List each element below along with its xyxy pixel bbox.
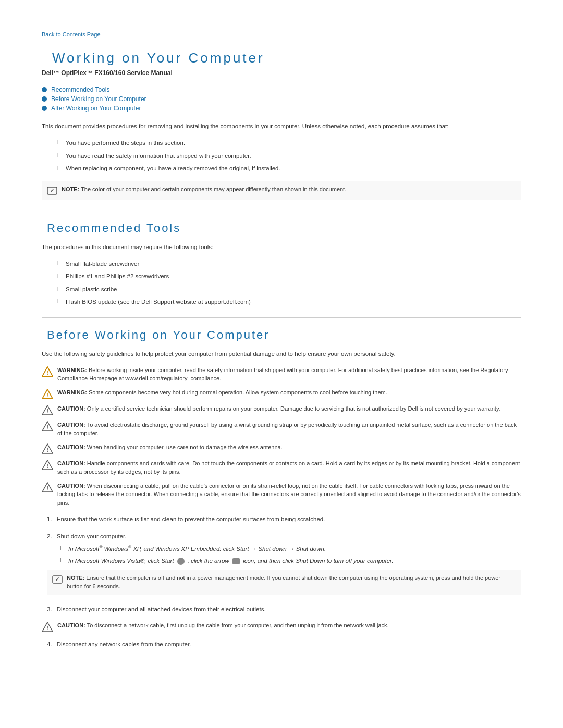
bullet-marker-icon: l xyxy=(57,164,63,173)
svg-text:!: ! xyxy=(46,392,48,398)
recommended-tools-title: Recommended Tools xyxy=(42,221,521,235)
note-icon: ✓ xyxy=(52,574,63,585)
svg-text:✓: ✓ xyxy=(55,576,59,582)
intro-bullets: l You have performed the steps in this s… xyxy=(57,138,521,173)
step-2-subitems: l In Microsoft® Windows® XP, and Windows… xyxy=(60,544,521,565)
bullet-marker-icon: l xyxy=(57,138,63,147)
step-4: 4. Disconnect any network cables from th… xyxy=(47,639,521,649)
caution-triangle-icon: ! xyxy=(42,421,53,431)
svg-text:!: ! xyxy=(46,408,48,414)
tool-item-3: l Small plastic scribe xyxy=(57,285,521,294)
toc-link-before-working[interactable]: Before Working on Your Computer xyxy=(51,95,146,103)
caution-triangle-icon: ! xyxy=(42,443,53,454)
steps-list: 1. Ensure that the work surface is flat … xyxy=(47,514,521,649)
tool-item-1: l Small flat-blade screwdriver xyxy=(57,259,521,268)
caution-triangle-icon: ! xyxy=(42,622,53,632)
bullet-marker-icon: l xyxy=(57,272,63,281)
note-box-step2: ✓ NOTE: Ensure that the computer is off … xyxy=(47,570,521,595)
svg-text:!: ! xyxy=(46,447,48,453)
warning-triangle-icon: ! xyxy=(42,366,53,377)
caution-triangle-icon: ! xyxy=(42,460,53,470)
warning-triangle-icon: ! xyxy=(42,389,53,399)
bullet-marker-icon: l xyxy=(60,544,65,553)
toc-item-recommended-tools: Recommended Tools xyxy=(42,86,521,93)
warning-text-1: WARNING: Before working inside your comp… xyxy=(57,366,521,383)
start-button-icon xyxy=(177,558,185,565)
caution-triangle-icon: ! xyxy=(42,405,53,415)
note-text-1: NOTE: The color of your computer and cer… xyxy=(62,185,346,194)
toc-list: Recommended Tools Before Working on Your… xyxy=(42,86,521,112)
step-2: 2. Shut down your computer. l In Microso… xyxy=(47,532,521,595)
note-icon: ✓ xyxy=(47,186,57,196)
caution-text-1: CAUTION: Only a certified service techni… xyxy=(57,404,500,413)
before-working-title: Before Working on Your Computer xyxy=(42,328,521,342)
caution-box-inline: ! CAUTION: To disconnect a network cable… xyxy=(42,621,521,632)
caution-box-3: ! CAUTION: When handling your computer, … xyxy=(42,443,521,454)
divider-2 xyxy=(42,317,521,318)
recommended-tools-intro: The procedures in this document may requ… xyxy=(42,242,521,252)
arrow-icon xyxy=(232,558,240,564)
bullet-marker-icon: l xyxy=(60,556,65,565)
toc-link-recommended-tools[interactable]: Recommended Tools xyxy=(51,86,110,93)
intro-text: This document provides procedures for re… xyxy=(42,121,521,131)
tools-list: l Small flat-blade screwdriver l Phillip… xyxy=(57,259,521,307)
toc-item-after-working: After Working on Your Computer xyxy=(42,105,521,112)
svg-text:✓: ✓ xyxy=(50,188,54,193)
caution-text-4: CAUTION: Handle components and cards wit… xyxy=(57,459,521,476)
intro-bullet-1: l You have performed the steps in this s… xyxy=(57,138,521,147)
step-2-sub-2: l In Microsoft Windows Vista®, click Sta… xyxy=(60,556,521,565)
step-1: 1. Ensure that the work surface is flat … xyxy=(47,514,521,524)
caution-box-5: ! CAUTION: When disconnecting a cable, p… xyxy=(42,482,521,508)
caution-inline: ! CAUTION: To disconnect a network cable… xyxy=(42,621,521,632)
bullet-marker-icon: l xyxy=(57,285,63,294)
svg-text:!: ! xyxy=(46,369,48,376)
back-to-contents-link[interactable]: Back to Contents Page xyxy=(42,31,521,38)
tool-item-2: l Phillips #1 and Phillips #2 screwdrive… xyxy=(57,272,521,281)
page-title: Working on Your Computer xyxy=(42,50,521,66)
divider-1 xyxy=(42,211,521,211)
caution-text-2: CAUTION: To avoid electrostatic discharg… xyxy=(57,421,521,438)
svg-text:!: ! xyxy=(46,485,48,491)
intro-bullet-3: l When replacing a component, you have a… xyxy=(57,164,521,173)
page-subtitle: Dell™ OptiPlex™ FX160/160 Service Manual xyxy=(42,69,521,77)
caution-box-1: ! CAUTION: Only a certified service tech… xyxy=(42,404,521,415)
caution-triangle-icon: ! xyxy=(42,482,53,492)
tool-item-4: l Flash BIOS update (see the Dell Suppor… xyxy=(57,297,521,306)
warning-box-1: ! WARNING: Before working inside your co… xyxy=(42,366,521,383)
toc-bullet-icon xyxy=(42,106,47,111)
warning-box-2: ! WARNING: Some components become very h… xyxy=(42,388,521,399)
bullet-marker-icon: l xyxy=(57,151,63,161)
caution-text-3: CAUTION: When handling your computer, us… xyxy=(57,443,283,452)
step-3: 3. Disconnect your computer and all atta… xyxy=(47,604,521,614)
svg-text:!: ! xyxy=(46,424,48,430)
note-box-1: ✓ NOTE: The color of your computer and c… xyxy=(42,181,521,200)
svg-text:!: ! xyxy=(46,625,48,631)
bullet-marker-icon: l xyxy=(57,297,63,306)
warning-text-2: WARNING: Some components become very hot… xyxy=(57,388,387,397)
note-text-step2: NOTE: Ensure that the computer is off an… xyxy=(67,574,516,591)
toc-link-after-working[interactable]: After Working on Your Computer xyxy=(51,105,141,112)
svg-text:!: ! xyxy=(46,463,48,469)
step-2-sub-1: l In Microsoft® Windows® XP, and Windows… xyxy=(60,544,521,553)
caution-box-2: ! CAUTION: To avoid electrostatic discha… xyxy=(42,421,521,438)
intro-bullet-2: l You have read the safety information t… xyxy=(57,151,521,161)
caution-box-4: ! CAUTION: Handle components and cards w… xyxy=(42,459,521,476)
toc-item-before-working: Before Working on Your Computer xyxy=(42,95,521,103)
toc-bullet-icon xyxy=(42,87,47,92)
caution-text-5: CAUTION: When disconnecting a cable, pul… xyxy=(57,482,521,508)
bullet-marker-icon: l xyxy=(57,259,63,268)
before-working-intro: Use the following safety guidelines to h… xyxy=(42,349,521,359)
toc-bullet-icon xyxy=(42,96,47,102)
caution-text-inline: CAUTION: To disconnect a network cable, … xyxy=(57,621,389,630)
